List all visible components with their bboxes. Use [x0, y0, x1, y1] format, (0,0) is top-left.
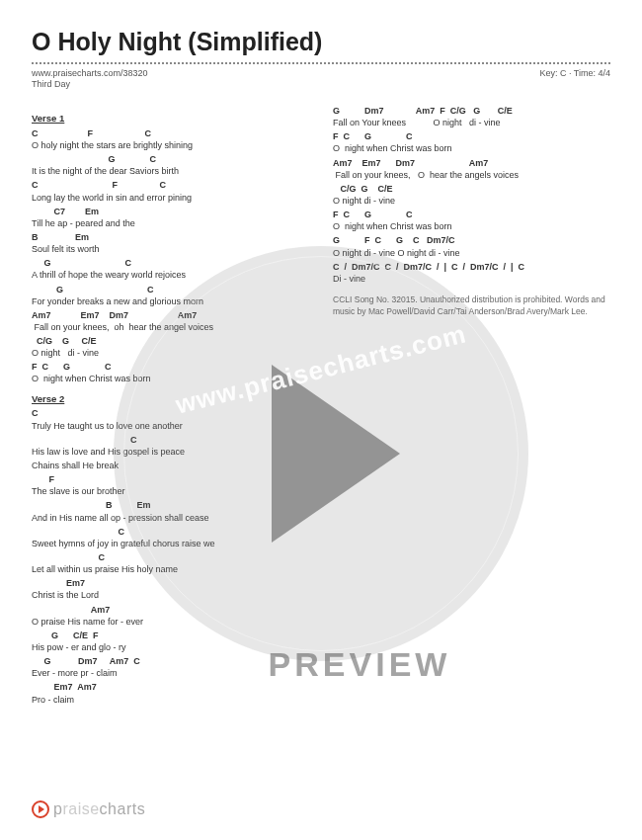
verse1-label: Verse 1 [32, 113, 309, 126]
chord-line: Em7 [32, 577, 309, 589]
chord-line: C/G G C/E [333, 183, 610, 195]
chord-line: C [32, 526, 309, 538]
lyric-line: Ever - more pr - claim [32, 667, 309, 679]
lyric-line: O night di - vine [333, 195, 610, 207]
source-url: www.praisecharts.com/38320 [32, 68, 148, 78]
chord-line: F C G C [333, 130, 610, 142]
chord-line: C/G G C/E [32, 335, 309, 347]
chord-line: B Em [32, 231, 309, 243]
lyric-line: O night when Christ was born [333, 142, 610, 154]
chord-line: G F C G C Dm7/C [333, 234, 610, 246]
chord-line: C F C [32, 127, 309, 139]
chord-line: C / Dm7/C C / Dm7/C / | C / Dm7/C / | C [333, 261, 610, 273]
artist-name: Third Day [32, 79, 610, 89]
chord-line: G Dm7 Am7 F C/G G C/E [333, 105, 610, 117]
divider [32, 62, 610, 64]
lyric-line: Long lay the world in sin and error pini… [32, 192, 309, 204]
chord-line: G Dm7 Am7 C [32, 655, 309, 667]
key-time: Key: C · Time: 4/4 [539, 68, 610, 78]
meta-row: www.praisecharts.com/38320 Key: C · Time… [32, 68, 610, 78]
lyric-line: Di - vine [333, 273, 610, 285]
lyric-line: Sweet hymns of joy in grateful chorus ra… [32, 538, 309, 549]
lyric-line: Fall on your knees, oh hear the angel vo… [32, 321, 309, 333]
lyric-line: Pro - claim [32, 694, 309, 706]
lyric-line: Fall on your knees, O hear the angels vo… [333, 169, 610, 181]
lyric-line: Christ is the Lord [32, 589, 309, 601]
lyric-line: The slave is our brother [32, 485, 309, 497]
chord-line: G C [32, 284, 309, 295]
lyric-line: Fall on Your knees O night di - vine [333, 117, 610, 128]
lyric-line: O night when Christ was born [32, 373, 309, 384]
lyric-line: O praise His name for - ever [32, 616, 309, 628]
lyric-line: Chains shall He break [32, 460, 309, 471]
chord-line: Am7 Em7 Dm7 Am7 [333, 157, 610, 169]
chord-line: C7 Em [32, 206, 309, 217]
lyric-line: His pow - er and glo - ry [32, 641, 309, 653]
chord-line: G C/E F [32, 630, 309, 641]
chord-line: C [32, 407, 309, 419]
lyric-line: And in His name all op - pression shall … [32, 512, 309, 524]
lyric-line: O holy night the stars are brightly shin… [32, 139, 309, 151]
chord-line: F [32, 473, 309, 485]
chord-line: G C [32, 257, 309, 269]
lyric-line: Let all within us praise His holy name [32, 563, 309, 575]
verse2-label: Verse 2 [32, 393, 309, 406]
chord-line: C [32, 434, 309, 446]
lyric-line: Truly He taught us to love one another [32, 420, 309, 432]
ccli-notice: CCLI Song No. 32015. Unauthorized distri… [333, 294, 610, 318]
lyric-line: O night di - vine O night di - vine [333, 247, 610, 259]
footer-logo: praisecharts [32, 800, 145, 818]
lyric-line: Till he ap - peared and the [32, 217, 309, 229]
chord-line: G C [32, 153, 309, 165]
footer-brand: praisecharts [53, 800, 145, 818]
chord-line: C F C [32, 179, 309, 191]
lyric-line: O night di - vine [32, 347, 309, 359]
logo-play-icon [32, 800, 49, 818]
lyric-line: A thrill of hope the weary world rejoice… [32, 269, 309, 281]
left-column: Verse 1 C F C O holy night the stars are… [32, 105, 309, 708]
lyric-line: Soul felt its worth [32, 243, 309, 255]
page-title: O Holy Night (Simplified) [32, 28, 610, 56]
chord-line: Em7 Am7 [32, 681, 309, 693]
lyric-line: For yonder breaks a new and glorious mor… [32, 295, 309, 307]
lyric-line: O night when Christ was born [333, 220, 610, 232]
chord-line: B Em [32, 499, 309, 511]
chord-line: F C G C [32, 361, 309, 373]
lyric-line: His law is love and His gospel is peace [32, 446, 309, 458]
chord-line: Am7 Em7 Dm7 Am7 [32, 309, 309, 321]
chord-line: C [32, 551, 309, 563]
lyric-line: It is the night of the dear Saviors birt… [32, 165, 309, 177]
right-column: G Dm7 Am7 F C/G G C/E Fall on Your knees… [333, 105, 610, 708]
chord-line: Am7 [32, 604, 309, 616]
chord-line: F C G C [333, 209, 610, 220]
content-columns: Verse 1 C F C O holy night the stars are… [32, 105, 610, 708]
